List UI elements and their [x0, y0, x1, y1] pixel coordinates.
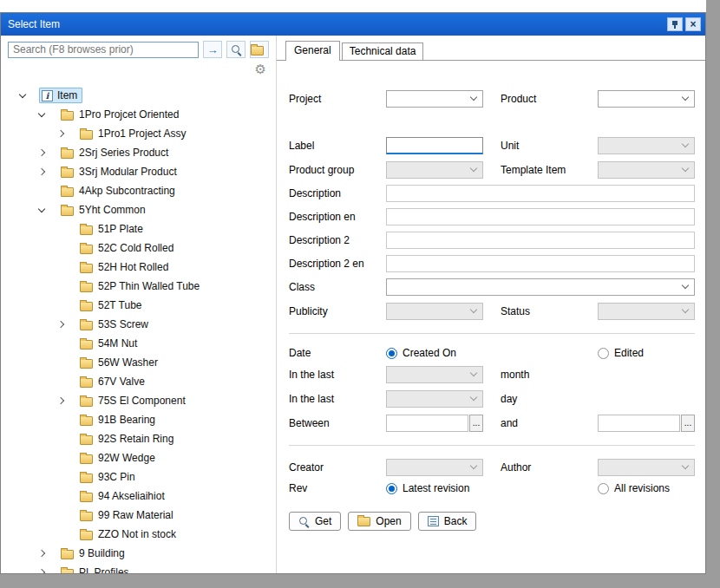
class-select[interactable] — [386, 278, 695, 296]
between-from-ellipsis-button[interactable]: ... — [469, 415, 483, 432]
tree-item[interactable]: ZZO Not in stock — [1, 525, 276, 544]
get-button[interactable]: Get — [289, 512, 341, 531]
browse-button[interactable] — [250, 41, 269, 58]
in-the-last-day-select[interactable] — [386, 390, 483, 408]
chevron-down-icon — [682, 93, 689, 100]
edited-radio[interactable] — [598, 348, 609, 359]
tree-item[interactable]: 92W Wedge — [1, 448, 276, 467]
chevron-down-icon[interactable] — [18, 95, 34, 97]
product-group-select[interactable] — [386, 161, 483, 179]
folder-icon — [61, 149, 74, 159]
tree-item-label: 1Pro1 Project Assy — [98, 127, 186, 140]
status-select[interactable] — [598, 303, 695, 320]
chevron-right-icon[interactable] — [37, 150, 53, 155]
date-label: Date — [289, 347, 386, 359]
tree-item[interactable]: 94 Akseliaihiot — [1, 487, 276, 506]
search-button[interactable] — [226, 41, 245, 58]
close-button[interactable]: × — [685, 17, 701, 31]
chevron-down-icon — [682, 164, 689, 171]
author-select[interactable] — [598, 459, 695, 476]
tree-item[interactable]: 3Srj Modular Product — [1, 162, 276, 181]
chevron-down-icon — [470, 305, 477, 312]
tree-item[interactable]: 1Pro1 Project Assy — [1, 124, 276, 143]
search-input[interactable] — [8, 42, 199, 58]
status-label: Status — [501, 305, 598, 317]
label-input[interactable] — [386, 137, 483, 154]
tree-item[interactable]: iItem — [1, 86, 276, 105]
chevron-right-icon[interactable] — [37, 551, 53, 556]
go-button[interactable]: → — [203, 41, 222, 58]
edited-label: Edited — [614, 347, 644, 359]
open-button[interactable]: Open — [348, 512, 410, 531]
unit-label: Unit — [501, 140, 598, 152]
between-from-input[interactable] — [386, 415, 468, 432]
back-button[interactable]: Back — [418, 512, 477, 531]
creator-select[interactable] — [386, 459, 483, 476]
tree-item[interactable]: 54M Nut — [1, 334, 276, 353]
tree-item[interactable]: 52P Thin Walled Tube — [1, 277, 276, 296]
tree-item-label: 51P Plate — [98, 223, 143, 235]
tree-item[interactable]: 91B Bearing — [1, 410, 276, 429]
chevron-right-icon[interactable] — [37, 169, 53, 174]
in-the-last-month-select[interactable] — [386, 366, 483, 383]
template-item-select[interactable] — [598, 161, 695, 179]
dialog-titlebar[interactable]: Select Item × — [1, 13, 705, 36]
created-on-radio[interactable] — [386, 348, 397, 359]
publicity-label: Publicity — [289, 305, 386, 317]
product-select[interactable] — [598, 90, 695, 108]
folder-icon — [80, 531, 93, 540]
all-revisions-radio[interactable] — [598, 483, 609, 494]
tree-item[interactable]: 52C Cold Rolled — [1, 238, 276, 258]
tree-item[interactable]: 92S Retain Ring — [1, 429, 276, 448]
between-to-input[interactable] — [598, 415, 680, 432]
description-input[interactable] — [386, 185, 695, 202]
chevron-right-icon[interactable] — [56, 398, 72, 403]
tree-item[interactable]: 56W Washer — [1, 353, 276, 372]
folder-icon — [80, 454, 93, 464]
tree-item[interactable]: 2Srj Series Product — [1, 143, 276, 162]
tab-general[interactable]: General — [285, 41, 340, 61]
folder-icon — [61, 550, 74, 559]
tree-item[interactable]: 53S Screw — [1, 315, 276, 334]
folder-icon — [80, 416, 93, 426]
tree-item[interactable]: PL Profiles — [1, 563, 276, 573]
between-to-ellipsis-button[interactable]: ... — [681, 415, 695, 432]
description-2-en-input[interactable] — [386, 255, 695, 272]
tree-item[interactable]: 99 Raw Material — [1, 506, 276, 525]
chevron-down-icon[interactable] — [37, 209, 53, 212]
tree-item[interactable]: 9 Building — [1, 544, 276, 563]
tree-item[interactable]: 67V Valve — [1, 372, 276, 391]
description-en-label: Description en — [289, 211, 386, 223]
tree-item[interactable]: 51P Plate — [1, 219, 276, 238]
pin-button[interactable] — [667, 17, 683, 31]
tree-item[interactable]: 52H Hot Rolled — [1, 258, 276, 277]
publicity-select[interactable] — [386, 303, 483, 320]
chevron-right-icon[interactable] — [37, 570, 53, 573]
tree-item-label: Item — [57, 89, 77, 101]
project-select[interactable] — [386, 90, 483, 108]
chevron-down-icon — [470, 393, 477, 400]
tree-item[interactable]: 5Yht Common — [1, 200, 276, 219]
unit-select[interactable] — [598, 137, 695, 154]
settings-gear-icon[interactable]: ⚙ — [255, 61, 266, 79]
tree-item[interactable]: 93C Pin — [1, 467, 276, 487]
chevron-right-icon[interactable] — [56, 131, 72, 136]
folder-icon — [80, 512, 93, 521]
get-button-label: Get — [315, 515, 331, 527]
folder-icon — [80, 321, 93, 330]
description-2-input[interactable] — [386, 232, 695, 249]
separator — [289, 333, 695, 334]
tree-item[interactable]: 1Pro Projcet Oriented — [1, 105, 276, 124]
tree-item[interactable]: 75S El Component — [1, 391, 276, 410]
description-2-label: Description 2 — [289, 234, 386, 246]
top-strip — [0, 0, 706, 12]
latest-revision-radio[interactable] — [386, 483, 397, 494]
description-en-input[interactable] — [386, 208, 695, 225]
tree-item[interactable]: 52T Tube — [1, 296, 276, 315]
tab-technical-data[interactable]: Technical data — [342, 42, 424, 60]
folder-icon — [61, 168, 74, 178]
tree-item[interactable]: 4Akp Subcontracting — [1, 181, 276, 200]
tree-item-label: 53S Screw — [98, 318, 148, 330]
chevron-down-icon[interactable] — [37, 114, 53, 116]
chevron-right-icon[interactable] — [56, 322, 72, 327]
